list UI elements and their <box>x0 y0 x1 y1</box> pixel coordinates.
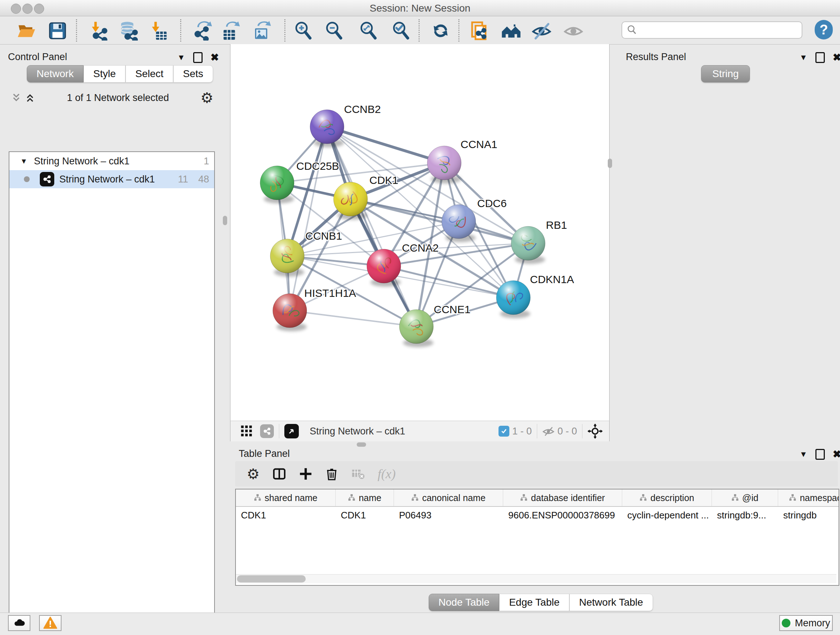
network-node-CCNA1[interactable] <box>427 146 461 184</box>
table-cell[interactable]: CDK1 <box>336 507 394 524</box>
selected-checkbox-icon[interactable] <box>499 426 509 437</box>
import-network-file-button[interactable] <box>88 21 109 41</box>
clone-network-button[interactable] <box>470 21 490 41</box>
search-input[interactable] <box>641 24 797 36</box>
delete-column-icon[interactable] <box>325 467 339 481</box>
panel-collapse-icon[interactable]: ▼ <box>799 53 807 62</box>
tab-style[interactable]: Style <box>84 65 126 82</box>
table-horizontal-scrollbar[interactable] <box>236 574 836 583</box>
network-row[interactable]: String Network – cdk1 11 48 <box>9 170 214 188</box>
cloud-status-button[interactable] <box>8 615 30 631</box>
grid-view-icon[interactable] <box>240 425 253 437</box>
tab-sets[interactable]: Sets <box>173 65 213 82</box>
network-node-CDC6[interactable] <box>442 204 476 242</box>
refresh-icon <box>431 21 450 41</box>
column-header-name[interactable]: name <box>336 489 394 506</box>
refresh-view-button[interactable] <box>431 21 451 41</box>
node-label-CDC25B: CDC25B <box>296 160 339 172</box>
node-table: shared namenamecanonical namedatabase id… <box>235 489 839 586</box>
export-table-icon <box>220 21 240 41</box>
status-bar: Memory <box>0 613 840 635</box>
zoom-in-button[interactable] <box>293 21 313 41</box>
network-node-CDKN1A[interactable] <box>496 280 531 318</box>
network-node-HIST1H1A[interactable] <box>273 294 307 331</box>
export-network-button[interactable] <box>192 21 212 41</box>
tab-select[interactable]: Select <box>126 65 173 82</box>
table-cell[interactable]: cyclin-dependent ... <box>622 507 712 524</box>
column-header-description[interactable]: description <box>622 489 712 506</box>
panel-float-icon[interactable] <box>193 52 202 63</box>
zoom-selected-icon <box>391 21 411 41</box>
table-row[interactable]: CDK1CDK1P064939606.ENSP00000378699cyclin… <box>236 507 838 524</box>
import-table-button[interactable] <box>148 21 169 41</box>
network-node-CCNA2[interactable] <box>367 249 401 287</box>
network-node-CCNE1[interactable] <box>399 310 433 347</box>
column-header-canonical-name[interactable]: canonical name <box>394 489 503 506</box>
zoom-fit-button[interactable] <box>358 21 378 41</box>
panel-collapse-icon[interactable]: ▼ <box>177 53 185 62</box>
panel-close-icon[interactable]: ✖ <box>833 51 840 63</box>
network-node-RB1[interactable] <box>511 226 545 264</box>
table-cell[interactable]: stringdb <box>778 507 839 524</box>
column-header-database-identifier[interactable]: database identifier <box>503 489 622 506</box>
tab-string[interactable]: String <box>701 65 750 82</box>
tab-node-table[interactable]: Node Table <box>429 594 499 611</box>
show-all-button[interactable] <box>563 21 584 41</box>
export-table-button[interactable] <box>220 21 240 41</box>
left-splitter-handle[interactable] <box>223 216 227 225</box>
zoom-selected-button[interactable] <box>391 21 411 41</box>
help-button[interactable]: ? <box>815 20 833 40</box>
open-session-button[interactable] <box>16 21 36 41</box>
memory-button[interactable]: Memory <box>779 615 833 631</box>
hide-selected-button[interactable] <box>531 21 552 41</box>
panel-collapse-icon[interactable]: ▼ <box>799 450 807 459</box>
network-node-CCNB2[interactable] <box>310 110 344 147</box>
network-edge[interactable] <box>327 127 444 163</box>
panel-close-icon[interactable]: ✖ <box>833 448 840 460</box>
table-cell[interactable]: P06493 <box>394 507 503 524</box>
collapse-all-icon[interactable] <box>25 92 35 103</box>
search-box[interactable] <box>622 21 802 39</box>
export-image-button[interactable] <box>251 21 272 41</box>
table-cell[interactable]: CDK1 <box>236 507 336 524</box>
panel-float-icon[interactable] <box>815 449 825 460</box>
network-label: String Network – cdk1 <box>59 174 155 185</box>
network-node-CDK1[interactable] <box>333 182 368 220</box>
column-header-@id[interactable]: @id <box>712 489 778 506</box>
network-options-gear-icon[interactable]: ⚙ <box>201 89 213 106</box>
network-canvas[interactable]: CCNB2CCNA1CDC25BCDK1CDC6RB1CCNB1CCNA2CDK… <box>230 44 609 421</box>
table-panel-title: Table Panel <box>239 448 290 459</box>
column-header-namespace[interactable]: namespace <box>778 489 839 506</box>
node-label-CCNA2: CCNA2 <box>402 242 439 254</box>
houses-button[interactable] <box>501 21 521 41</box>
network-share-view-icon[interactable] <box>260 424 274 438</box>
network-node-CDC25B[interactable] <box>260 166 294 203</box>
scrollbar-thumb[interactable] <box>237 575 306 583</box>
network-edge[interactable] <box>290 310 416 326</box>
panel-close-icon[interactable]: ✖ <box>210 51 219 63</box>
show-columns-icon[interactable] <box>272 467 286 481</box>
tab-network[interactable]: Network <box>27 65 84 82</box>
tab-network-table[interactable]: Network Table <box>569 594 653 611</box>
network-node-CCNB1[interactable] <box>270 239 304 277</box>
expand-all-icon[interactable] <box>11 92 22 103</box>
table-cell[interactable]: 9606.ENSP00000378699 <box>503 507 622 524</box>
export-network-icon <box>193 21 212 41</box>
network-collection-row[interactable]: ▼ String Network – cdk1 1 <box>9 152 214 170</box>
tab-edge-table[interactable]: Edge Table <box>499 594 569 611</box>
tree-expander-icon[interactable]: ▼ <box>20 157 27 165</box>
birds-eye-view-icon[interactable] <box>284 424 299 439</box>
save-session-button[interactable] <box>47 21 68 41</box>
table-cell[interactable]: stringdb:9... <box>712 507 778 524</box>
import-network-database-button[interactable] <box>118 21 138 41</box>
zoom-out-button[interactable] <box>324 21 344 41</box>
table-options-gear-icon[interactable]: ⚙ <box>247 466 260 482</box>
crosshair-icon[interactable] <box>587 424 603 439</box>
memory-label: Memory <box>795 618 830 629</box>
add-column-icon[interactable] <box>299 467 313 481</box>
network-edge[interactable] <box>290 127 327 310</box>
table-toolbar: ⚙ f(x) <box>235 461 838 486</box>
panel-float-icon[interactable] <box>815 52 825 63</box>
warning-status-button[interactable] <box>39 615 62 631</box>
column-header-shared-name[interactable]: shared name <box>236 489 336 506</box>
